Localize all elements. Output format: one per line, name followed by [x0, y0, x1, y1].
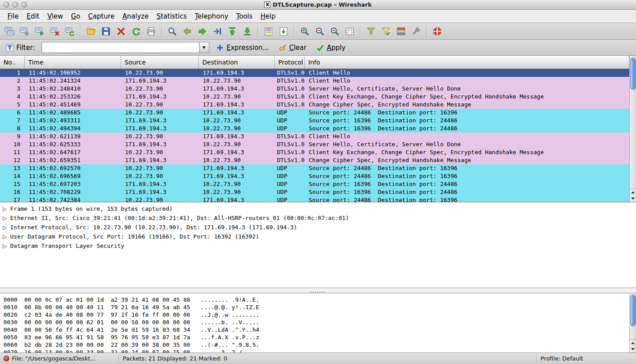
column-header-time[interactable]: Time	[25, 56, 121, 68]
packet-row-11[interactable]: 1111:45:02.64761710.22.73.90171.69.194.3…	[0, 148, 629, 156]
zoom-in-button[interactable]	[297, 25, 312, 38]
packet-row-5[interactable]: 511:45:02.45146910.22.73.90171.69.194.3D…	[0, 101, 629, 109]
hex-row-0020[interactable]: 0020 c2 03 4a de 40 08 00 77 97 1f 16 fe…	[4, 311, 636, 318]
minimize-window-button[interactable]	[12, 2, 18, 8]
packet-row-10[interactable]: 1011:45:02.625333171.69.194.310.22.73.90…	[0, 140, 629, 148]
hex-row-0010[interactable]: 0010 00 8b 00 00 40 00 40 11 79 21 0a 16…	[4, 303, 636, 311]
detail-row-3[interactable]: ▷User Datagram Protocol, Src Port: 19166…	[0, 232, 636, 241]
go-to-top-button[interactable]	[225, 25, 240, 38]
go-to-bottom-button[interactable]	[240, 25, 255, 38]
scroll-down-button[interactable]	[630, 346, 636, 353]
packet-cell-info: Source port: 16396 Destination port: 244…	[305, 125, 629, 133]
maximize-window-button[interactable]	[21, 2, 27, 8]
packet-row-16[interactable]: 1611:45:02.708229171.69.194.310.22.73.90…	[0, 188, 629, 196]
menu-statistics[interactable]: Statistics	[152, 11, 191, 22]
hex-row-0000[interactable]: 0000 00 00 0c 07 ac 01 00 1d a2 39 21 41…	[4, 296, 636, 303]
packet-row-3[interactable]: 311:45:02.24841010.22.73.90171.69.194.3D…	[0, 85, 629, 93]
detail-row-2[interactable]: ▷Internet Protocol, Src: 10.22.73.90 (10…	[0, 223, 636, 232]
save-file-button[interactable]	[98, 25, 114, 38]
auto-scroll-button[interactable]	[276, 25, 291, 38]
display-filters-button[interactable]	[379, 25, 394, 38]
expander-icon[interactable]: ▷	[2, 234, 7, 240]
menu-edit[interactable]: Edit	[23, 11, 43, 22]
detail-row-4[interactable]: ▷Datagram Transport Layer Security	[0, 241, 636, 250]
menu-go[interactable]: Go	[67, 11, 84, 22]
column-header-no[interactable]: No..	[0, 56, 25, 68]
reload-file-button[interactable]	[129, 25, 144, 38]
scroll-up-button[interactable]	[630, 340, 636, 346]
expander-icon[interactable]: ▷	[2, 215, 7, 221]
list-interfaces-button[interactable]	[2, 25, 17, 38]
packet-row-9[interactable]: 911:45:02.62113910.22.73.90171.69.194.3D…	[0, 133, 629, 140]
expander-icon[interactable]: ▷	[2, 224, 7, 231]
hex-row-0030[interactable]: 0030 00 00 00 00 00 00 62 01 00 00 56 00…	[4, 318, 636, 326]
go-to-packet-icon	[212, 26, 223, 37]
start-capture-button[interactable]	[32, 25, 47, 38]
packet-row-2[interactable]: 211:45:02.241324171.69.194.310.22.73.90D…	[0, 77, 629, 85]
restart-capture-button[interactable]	[62, 25, 77, 38]
zoom-out-button[interactable]	[312, 25, 327, 38]
preferences-button[interactable]	[409, 25, 424, 38]
packet-row-17[interactable]: 1711:45:02.74238410.22.73.90171.69.194.3…	[0, 196, 629, 202]
packet-list-scrollbar[interactable]	[629, 56, 636, 202]
help-button[interactable]	[430, 25, 445, 38]
close-window-button[interactable]	[4, 2, 9, 8]
close-file-button[interactable]	[114, 25, 129, 38]
column-header-protocol[interactable]: Protocol	[275, 56, 305, 68]
clear-button[interactable]: Clear	[276, 42, 310, 53]
pane-resize-handle[interactable]: .......	[0, 288, 636, 293]
menu-view[interactable]: View	[43, 11, 67, 22]
scrollbar-thumb[interactable]	[630, 295, 636, 326]
packet-row-12[interactable]: 1211:45:02.659351171.69.194.310.22.73.90…	[0, 156, 629, 164]
detail-row-1[interactable]: ▷Ethernet II, Src: Cisco_39:21:41 (00:1d…	[0, 213, 636, 223]
detail-row-0[interactable]: ▷Frame 1 (153 bytes on wire, 153 bytes c…	[0, 204, 636, 213]
hex-scrollbar[interactable]	[629, 293, 636, 353]
scrollbar-thumb[interactable]	[630, 58, 636, 90]
coloring-rules-button[interactable]	[394, 25, 409, 38]
stop-capture-button[interactable]	[47, 25, 62, 38]
print-button[interactable]	[144, 25, 159, 38]
column-header-source[interactable]: Source	[121, 56, 199, 68]
expander-icon[interactable]: ▷	[2, 206, 7, 212]
scroll-down-button[interactable]	[630, 196, 636, 202]
packet-row-7[interactable]: 711:45:02.493311171.69.194.310.22.73.90U…	[0, 117, 629, 125]
hex-row-0060[interactable]: 0060 b2 db 28 2d 23 00 00 00 22 00 39 00…	[4, 341, 636, 349]
filter-dropdown-button[interactable]	[200, 42, 209, 53]
hex-row-0070[interactable]: 0070 16 00 13 00 0a 00 33 00 32 00 2f 00…	[4, 349, 636, 353]
filter-input[interactable]	[42, 42, 200, 53]
menu-capture[interactable]: Capture	[84, 11, 119, 22]
hex-row-0040[interactable]: 0040 00 00 56 fe ff 4c 64 41 2e 5e d1 59…	[4, 326, 636, 334]
zoom-100-button[interactable]	[327, 25, 342, 38]
colorize-button[interactable]	[261, 25, 276, 38]
column-header-info[interactable]: Info	[305, 56, 629, 68]
menu-help[interactable]: Help	[257, 11, 280, 22]
capture-filters-button[interactable]	[363, 25, 379, 38]
menu-file[interactable]: File	[4, 11, 23, 22]
menu-tools[interactable]: Tools	[232, 11, 257, 22]
scroll-up-button[interactable]	[630, 189, 636, 196]
column-header-destination[interactable]: Destination	[199, 56, 275, 68]
packet-row-14[interactable]: 1411:45:02.69656910.22.73.90171.69.194.3…	[0, 172, 629, 180]
packet-row-8[interactable]: 811:45:02.494394171.69.194.310.22.73.90U…	[0, 125, 629, 133]
expander-icon[interactable]: ▷	[2, 243, 7, 249]
expert-info-indicator[interactable]	[4, 356, 9, 361]
menu-analyze[interactable]: Analyze	[118, 11, 152, 22]
find-packet-button[interactable]	[165, 25, 180, 38]
expression-button[interactable]: Expression...	[213, 42, 272, 53]
open-file-button[interactable]	[83, 25, 98, 38]
packet-row-13[interactable]: 1311:45:02.69257010.22.73.90171.69.194.3…	[0, 164, 629, 172]
apply-button[interactable]: Apply	[313, 42, 348, 53]
title-bar[interactable]: X DTLScapture.pcap – Wireshark	[0, 0, 636, 10]
packet-row-6[interactable]: 611:45:02.48968510.22.73.90171.69.194.3U…	[0, 109, 629, 117]
go-to-packet-button[interactable]	[210, 25, 225, 38]
go-forward-button[interactable]	[195, 25, 210, 38]
packet-row-15[interactable]: 1511:45:02.697203171.69.194.310.22.73.90…	[0, 180, 629, 188]
filter-button[interactable]: Filter:	[3, 42, 38, 53]
go-back-button[interactable]	[180, 25, 195, 38]
packet-row-1[interactable]: 111:45:02.10695210.22.73.90171.69.194.3D…	[0, 69, 629, 77]
capture-options-button[interactable]	[17, 25, 32, 38]
resize-columns-button[interactable]	[342, 25, 357, 38]
menu-telephony[interactable]: Telephony	[191, 11, 232, 22]
packet-row-4[interactable]: 411:45:02.253326171.69.194.310.22.73.90D…	[0, 93, 629, 101]
hex-row-0050[interactable]: 0050 03 ee 96 66 95 41 91 58 95 76 95 50…	[4, 334, 636, 341]
